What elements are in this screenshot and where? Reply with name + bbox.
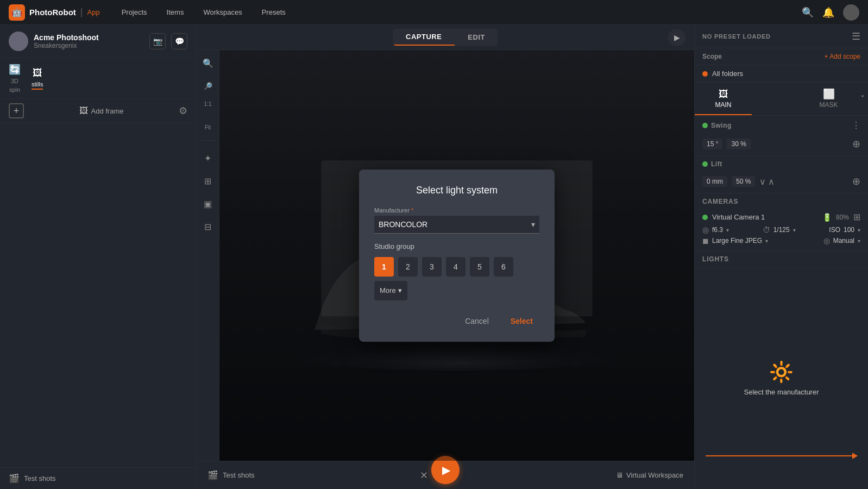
swing-degrees-value[interactable]: 15 °	[702, 139, 722, 149]
ratio-label[interactable]: 1:1	[204, 101, 212, 107]
tab-mask[interactable]: ⬜ MASK	[800, 83, 857, 115]
cameras-header: CAMERAS	[695, 193, 868, 210]
mask-tab-icon: ⬜	[804, 88, 853, 100]
group-btn-4[interactable]: 4	[446, 257, 466, 277]
lift-target-icon[interactable]: ⊕	[852, 175, 860, 187]
iso-dropdown-icon[interactable]: ▾	[858, 227, 860, 233]
sidebar-settings-button[interactable]: ⚙	[179, 105, 187, 117]
quality-dropdown-icon[interactable]: ▾	[765, 238, 768, 244]
all-folders-row[interactable]: All folders	[695, 65, 868, 83]
logo-icon: 🤖	[9, 4, 25, 21]
user-avatar[interactable]	[843, 4, 859, 21]
nav-presets[interactable]: Presets	[257, 6, 290, 18]
add-scope-button[interactable]: + Add scope	[825, 53, 860, 60]
center-area: CAPTURE EDIT ▶ 🔍 🔎 1:1 Fit ✦ ⊞ ▣ ⊟	[197, 25, 694, 489]
lift-collapse-icon[interactable]: ∨	[759, 177, 766, 187]
group-btn-5[interactable]: 5	[470, 257, 489, 277]
project-avatar	[9, 32, 28, 51]
group-btn-1[interactable]: 1	[374, 257, 394, 277]
fit-label[interactable]: Fit	[205, 124, 211, 130]
notification-icon[interactable]: 🔔	[822, 7, 834, 18]
nav-right: 🔍 🔔	[802, 4, 859, 21]
chat-icon-btn[interactable]: 💬	[171, 33, 187, 49]
search-icon[interactable]: 🔍	[802, 7, 814, 18]
nav-items[interactable]: Items	[162, 6, 188, 18]
select-light-system-dialog: Select light system Manufacturer * BRONC…	[359, 170, 555, 342]
dialog-actions: Cancel Select	[374, 314, 539, 329]
shutter-value[interactable]: 1/125	[773, 226, 790, 234]
sidebar-header: Acme Photoshoot Sneakersgenix 📷 💬	[0, 25, 196, 58]
group-btn-2[interactable]: 2	[398, 257, 418, 277]
tab-edit[interactable]: EDIT	[455, 29, 498, 46]
camera-status-dot	[702, 215, 708, 220]
swing-options-icon[interactable]: ⋮	[852, 120, 860, 130]
tab-main[interactable]: 🖼 MAIN	[695, 83, 752, 115]
film-tool[interactable]: ▣	[200, 196, 216, 211]
add-button[interactable]: +	[9, 103, 24, 118]
aperture-value[interactable]: f6.3	[712, 226, 723, 234]
nav-workspaces[interactable]: Workspaces	[199, 6, 246, 18]
focus-dropdown-icon[interactable]: ▾	[858, 238, 860, 244]
view-stills[interactable]: 🖼 stills	[32, 67, 43, 90]
shutter-dropdown-icon[interactable]: ▾	[793, 227, 796, 233]
layout-tool[interactable]: ⊟	[200, 219, 216, 234]
play-button-top[interactable]: ▶	[668, 29, 685, 46]
all-folders-label: All folders	[712, 70, 743, 78]
group-btn-3[interactable]: 3	[422, 257, 442, 277]
lift-expand-buttons: ∨ ∧	[759, 177, 775, 187]
sidebar-footer[interactable]: 🎬 Test shots	[0, 467, 196, 489]
lights-section: LIGHTS 🔆 Select the manufacturer	[695, 251, 868, 489]
aperture-icon: ◎	[702, 225, 709, 234]
quality-value[interactable]: Large Fine JPEG	[712, 237, 762, 244]
iso-label: ISO	[829, 226, 840, 234]
close-icon-bottom[interactable]: ✕	[420, 469, 428, 481]
bottom-right[interactable]: 🖥 Virtual Workspace	[616, 471, 683, 479]
select-button[interactable]: Select	[504, 314, 539, 329]
shutter-icon: ⏱	[763, 225, 770, 234]
spin-icon: 🔄	[9, 64, 21, 76]
manufacturer-select[interactable]: BRONCOLOR PROFOTO ELINCHROM	[374, 216, 539, 234]
lift-values-row: 0 mm 50 % ∨ ∧ ⊕	[702, 175, 860, 187]
swing-label: Swing	[711, 122, 732, 129]
group-btn-6[interactable]: 6	[494, 257, 513, 277]
view-selector: 🔄 3D spin 🖼 stills	[0, 58, 196, 99]
aperture-dropdown-icon[interactable]: ▾	[726, 227, 729, 233]
swing-target-icon[interactable]: ⊕	[852, 138, 860, 150]
grid-tool[interactable]: ⊞	[200, 173, 216, 189]
studio-group-buttons: 1 2 3 4 5 6 More ▾	[374, 257, 539, 300]
add-frame-button[interactable]: 🖼 Add frame	[79, 106, 124, 116]
left-sidebar: Acme Photoshoot Sneakersgenix 📷 💬 🔄 3D s…	[0, 25, 197, 489]
camera-row-1: ◎ f6.3 ▾ ⏱ 1/125 ▾ ISO 100 ▾	[702, 225, 860, 234]
swing-percent-value[interactable]: 30 %	[727, 139, 750, 149]
cancel-button[interactable]: Cancel	[458, 314, 495, 329]
lift-expand-icon[interactable]: ∧	[768, 177, 775, 187]
view-3d-spin[interactable]: 🔄 3D spin	[9, 64, 21, 93]
lights-content: 🔆 Select the manufacturer	[695, 268, 868, 489]
light-tool[interactable]: ✦	[200, 151, 216, 166]
sidebar-toolbar: + 🖼 Add frame ⚙	[0, 99, 196, 123]
focus-value[interactable]: Manual	[833, 237, 854, 244]
menu-icon[interactable]: ☰	[852, 30, 860, 42]
swing-section-header: Swing ⋮	[695, 116, 868, 135]
camera-expand-icon[interactable]: ⊞	[853, 212, 860, 222]
bottom-center-icons: ✕ ▶ 📷	[420, 469, 451, 481]
zoom-in-tool[interactable]: 🔍	[200, 55, 216, 71]
scope-row: Scope + Add scope	[695, 48, 868, 65]
battery-icon: 🔋	[822, 213, 832, 222]
lift-label: Lift	[711, 160, 722, 168]
iso-value[interactable]: 100	[844, 226, 854, 234]
lift-mm-value[interactable]: 0 mm	[702, 176, 727, 187]
swing-values-row: 15 ° 30 % ⊕	[702, 138, 860, 150]
chevron-down-icon[interactable]: ˅	[860, 94, 865, 104]
tab-capture[interactable]: CAPTURE	[393, 29, 455, 46]
dialog-title: Select light system	[374, 185, 539, 196]
camera-row-2: ◼ Large Fine JPEG ▾ ◎ Manual ▾	[702, 236, 860, 245]
camera-icon-btn[interactable]: 📷	[149, 33, 166, 49]
zoom-out-tool[interactable]: 🔎	[200, 78, 216, 93]
logo-area[interactable]: 🤖 PhotoRobot | App	[9, 4, 100, 21]
nav-projects[interactable]: Projects	[117, 6, 152, 18]
add-frame-icon: 🖼	[79, 106, 88, 116]
lift-percent-value[interactable]: 50 %	[732, 176, 755, 187]
camera-row: Virtual Camera 1 🔋 80% ⊞	[702, 212, 860, 222]
more-button[interactable]: More ▾	[374, 281, 407, 300]
